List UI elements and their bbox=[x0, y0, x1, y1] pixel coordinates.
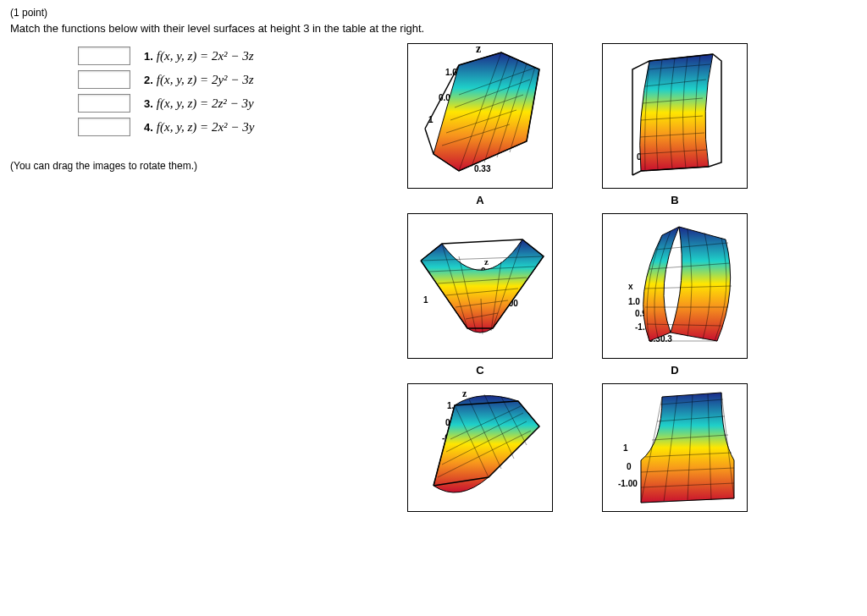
plot-c[interactable]: z 0 1 .00 bbox=[407, 213, 553, 359]
plots-column: z 1.0 0.0 1 0.33 bbox=[400, 43, 857, 512]
surface-d-icon bbox=[603, 214, 747, 358]
answer-input-4[interactable] bbox=[78, 118, 130, 136]
surface-b-icon bbox=[603, 44, 747, 188]
function-4: 4. f(x, y, z) = 2x² − 3y bbox=[144, 120, 254, 135]
plot-f[interactable]: 1 0 -1.00 bbox=[602, 383, 748, 512]
surface-c-icon bbox=[408, 214, 552, 358]
points-label: (1 point) bbox=[10, 7, 857, 19]
plot-b-caption: B bbox=[594, 194, 755, 206]
left-column: 1. f(x, y, z) = 2x² − 3z 2. f(x, y, z) =… bbox=[10, 43, 366, 172]
surface-a-icon bbox=[408, 44, 552, 188]
answer-input-2[interactable] bbox=[78, 70, 130, 89]
plot-d-caption: D bbox=[594, 364, 755, 377]
surface-f-icon bbox=[603, 384, 747, 511]
drag-hint: (You can drag the images to rotate them.… bbox=[10, 160, 366, 172]
answer-input-1[interactable] bbox=[78, 47, 130, 65]
answer-input-3[interactable] bbox=[78, 94, 130, 113]
question-prompt: Match the functions below with their lev… bbox=[10, 22, 857, 35]
plot-c-caption: C bbox=[400, 364, 561, 377]
plot-b[interactable]: 0 bbox=[602, 43, 748, 189]
svg-marker-0 bbox=[434, 52, 539, 171]
plot-e[interactable]: z 1. 0. -0. bbox=[407, 383, 553, 512]
surface-e-icon bbox=[408, 384, 552, 511]
plot-a-caption: A bbox=[400, 194, 561, 206]
plot-d[interactable]: x 1.0 0.9 -1.00 0.30.3 bbox=[602, 213, 748, 359]
function-1: 1. f(x, y, z) = 2x² − 3z bbox=[144, 49, 254, 63]
plot-a[interactable]: z 1.0 0.0 1 0.33 bbox=[407, 43, 553, 189]
function-2: 2. f(x, y, z) = 2y² − 3z bbox=[144, 73, 254, 87]
function-3: 3. f(x, y, z) = 2z² − 3y bbox=[144, 96, 254, 111]
